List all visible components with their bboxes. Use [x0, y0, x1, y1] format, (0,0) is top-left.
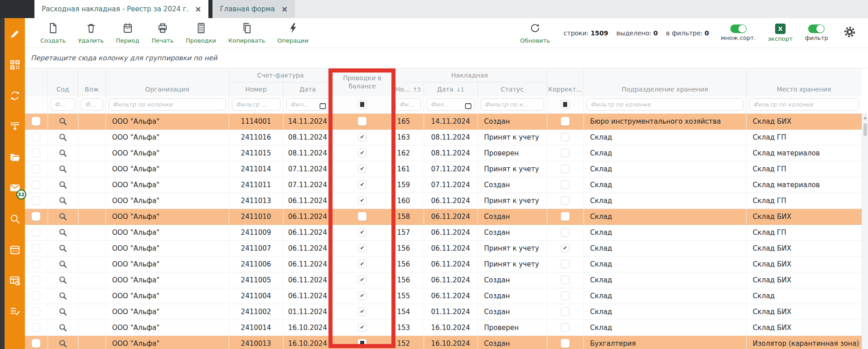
correction-checkbox[interactable]: [561, 117, 569, 126]
col-header-invoice-number[interactable]: Номер: [229, 82, 283, 96]
magnifier-icon[interactable]: [58, 244, 68, 253]
calendar-icon[interactable]: [319, 102, 327, 110]
toggle-on-icon[interactable]: [730, 24, 747, 33]
period-button[interactable]: Период: [116, 22, 139, 44]
table-row[interactable]: ООО "Альфа"241100606.11.2024✔15606.11.20…: [25, 256, 862, 272]
col-header-status[interactable]: Статус: [477, 82, 547, 96]
mail-icon[interactable]: 32: [9, 182, 21, 194]
table-row[interactable]: ООО "Альфа"241001316.10.202415216.10.202…: [25, 335, 862, 349]
posted-checkbox[interactable]: ✔: [358, 323, 366, 332]
filter-status-input[interactable]: [481, 98, 544, 111]
toggle-on-icon[interactable]: [808, 24, 825, 33]
row-select-checkbox[interactable]: [32, 133, 40, 141]
correction-checkbox[interactable]: [561, 212, 569, 221]
correction-checkbox[interactable]: [561, 291, 569, 300]
correction-checkbox[interactable]: [561, 339, 569, 348]
magnifier-icon[interactable]: [58, 212, 68, 221]
row-select-checkbox[interactable]: [32, 260, 40, 268]
calendar-icon[interactable]: [9, 244, 21, 256]
magnifier-icon[interactable]: [58, 180, 68, 189]
posted-checkbox[interactable]: ✔: [358, 260, 366, 268]
tab-invoice-register[interactable]: Расходная накладная - Реестр за 2024 г. …: [34, 0, 208, 18]
table-row[interactable]: ООО "Альфа"241101508.11.2024✔16208.11.20…: [25, 145, 862, 161]
magnifier-icon[interactable]: [58, 149, 68, 158]
scroll-up-icon[interactable]: ▲: [863, 116, 866, 120]
magnifier-icon[interactable]: [58, 117, 68, 126]
row-select-checkbox[interactable]: [32, 307, 40, 316]
filter-posted-checkbox[interactable]: [358, 100, 367, 109]
export-button[interactable]: X экспорт: [768, 24, 792, 42]
row-select-checkbox[interactable]: [32, 323, 40, 332]
row-select-checkbox[interactable]: [32, 117, 40, 126]
row-select-checkbox[interactable]: [32, 228, 40, 237]
row-select-checkbox[interactable]: [32, 180, 40, 189]
table-row[interactable]: ООО "Альфа"241100706.11.2024✔15606.11.20…: [25, 240, 862, 256]
table-row[interactable]: ООО "Альфа"241100906.11.2024✔15706.11.20…: [25, 224, 862, 240]
operations-button[interactable]: Операции: [277, 22, 309, 44]
posted-checkbox[interactable]: [358, 339, 366, 348]
table-row[interactable]: ООО "Альфа"241101608.11.2024✔16308.11.20…: [25, 129, 862, 145]
posted-checkbox[interactable]: ✔: [358, 291, 366, 300]
table-row[interactable]: ООО "Альфа"241101407.11.2024✔16107.11.20…: [25, 161, 862, 177]
sync-icon[interactable]: [9, 90, 21, 102]
posted-checkbox[interactable]: ✔: [358, 228, 366, 237]
posted-checkbox[interactable]: ✔: [358, 149, 366, 157]
correction-checkbox[interactable]: [561, 307, 569, 316]
table-row[interactable]: ООО "Альфа"111400114.11.202416514.11.202…: [25, 113, 862, 129]
posted-checkbox[interactable]: ✔: [358, 180, 366, 189]
scrollbar-thumb[interactable]: [863, 123, 867, 136]
table-row[interactable]: ООО "Альфа"241101107.11.2024✔15907.11.20…: [25, 177, 862, 193]
magnifier-icon[interactable]: [58, 165, 68, 174]
row-select-checkbox[interactable]: [32, 149, 40, 157]
row-select-checkbox[interactable]: [32, 165, 40, 173]
row-select-checkbox[interactable]: [32, 339, 40, 348]
checklist-icon[interactable]: [9, 305, 21, 317]
postings-button[interactable]: Проводки: [186, 22, 216, 44]
posted-checkbox[interactable]: ✔: [358, 276, 366, 284]
filter-organization-input[interactable]: [109, 98, 226, 111]
correction-checkbox[interactable]: [561, 149, 569, 157]
multi-sort-toggle[interactable]: множ.сорт.: [721, 24, 756, 41]
correction-checkbox[interactable]: ✔: [561, 244, 569, 252]
refresh-button[interactable]: Обновить: [520, 22, 550, 44]
col-header-waybill-date[interactable]: Дата↓1: [424, 82, 477, 96]
filter-invoice-number-input[interactable]: [232, 98, 280, 111]
filter-sod-input[interactable]: [51, 98, 75, 111]
calendar-icon[interactable]: [464, 102, 472, 110]
close-icon[interactable]: ×: [281, 5, 288, 13]
correction-checkbox[interactable]: [561, 133, 569, 141]
qr-code-icon[interactable]: [9, 59, 21, 71]
delete-button[interactable]: Удалить: [78, 22, 104, 44]
posted-checkbox[interactable]: [358, 212, 366, 221]
col-header-invoice-date[interactable]: Дата: [283, 82, 332, 96]
create-button[interactable]: Создать: [40, 22, 66, 44]
col-header-posted[interactable]: Проводки в балансе: [332, 68, 392, 96]
col-header-sod[interactable]: Сод: [48, 68, 78, 96]
row-select-checkbox[interactable]: [32, 291, 40, 300]
filter-vlzh-input[interactable]: [81, 98, 103, 111]
table-row[interactable]: ООО "Альфа"241100406.11.2024✔15506.11.20…: [25, 288, 862, 304]
table-row[interactable]: ООО "Альфа"241101006.11.202415806.11.202…: [25, 208, 862, 224]
col-header-organization[interactable]: Организация: [106, 68, 229, 96]
search-icon[interactable]: [9, 213, 21, 225]
tab-main-form[interactable]: Главная форма ×: [212, 0, 295, 18]
correction-checkbox[interactable]: [561, 276, 569, 284]
correction-checkbox[interactable]: [561, 165, 569, 173]
col-header-location[interactable]: Место хранения: [746, 68, 862, 96]
folder-icon[interactable]: [9, 151, 21, 163]
pencil-icon[interactable]: [9, 28, 21, 40]
col-header-waybill-number[interactable]: Но...↑3: [392, 82, 424, 96]
posted-checkbox[interactable]: ✔: [358, 244, 366, 252]
print-button[interactable]: Печать: [151, 22, 174, 44]
correction-checkbox[interactable]: [561, 228, 569, 237]
filter-toggle[interactable]: фильтр: [805, 24, 828, 41]
magnifier-icon[interactable]: [58, 196, 68, 205]
table-row[interactable]: ООО "Альфа"241001416.10.2024✔15316.10.20…: [25, 320, 862, 335]
table-row[interactable]: ООО "Альфа"241100201.11.2024✔15401.11.20…: [25, 304, 862, 320]
posted-checkbox[interactable]: ✔: [358, 165, 366, 173]
magnifier-icon[interactable]: [58, 291, 68, 301]
magnifier-icon[interactable]: [58, 323, 68, 332]
scrollbar[interactable]: ▲: [862, 113, 868, 349]
posted-checkbox[interactable]: ✔: [358, 133, 366, 141]
row-select-checkbox[interactable]: [32, 276, 40, 284]
